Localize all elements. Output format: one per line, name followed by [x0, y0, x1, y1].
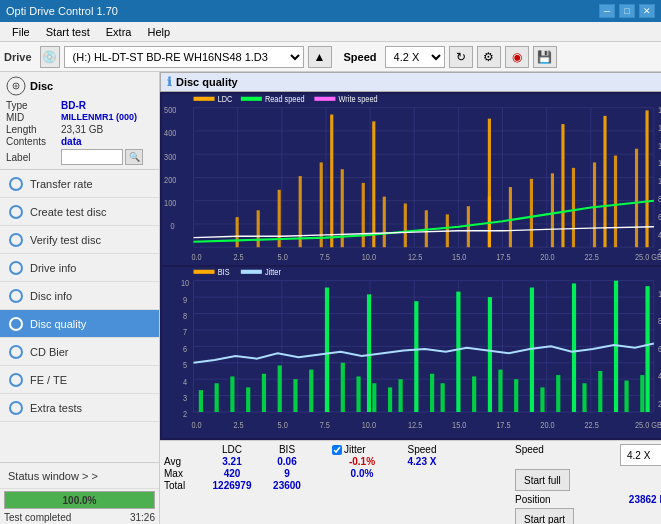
svg-rect-137 [241, 270, 262, 274]
sidebar-item-extra-tests[interactable]: Extra tests [0, 394, 159, 422]
menu-start-test[interactable]: Start test [38, 24, 98, 40]
refresh-button[interactable]: ↻ [449, 46, 473, 68]
maximize-button[interactable]: □ [619, 4, 635, 18]
svg-rect-103 [230, 376, 234, 412]
disc-quality-icon [8, 316, 24, 332]
stats-row-max: Max 420 9 0.0% [164, 468, 507, 479]
menu-help[interactable]: Help [139, 24, 178, 40]
speed-label: Speed [344, 51, 377, 63]
total-label: Total [164, 480, 202, 491]
speed-right-select[interactable]: 4.2 X [620, 444, 661, 466]
disc-type-key: Type [6, 100, 61, 111]
svg-text:4: 4 [183, 376, 187, 387]
col-speed-label: Speed [392, 444, 452, 455]
avg-bis: 0.06 [262, 456, 312, 467]
svg-rect-41 [635, 149, 638, 247]
svg-rect-80 [162, 267, 661, 438]
svg-rect-135 [194, 270, 215, 274]
svg-rect-117 [488, 297, 492, 412]
svg-rect-48 [194, 97, 215, 101]
disc-label-button[interactable]: 🔍 [125, 149, 143, 165]
settings-button[interactable]: ⚙ [477, 46, 501, 68]
disc-quality-label: Disc quality [30, 318, 86, 330]
disc-info-panel: Disc Type BD-R MID MILLENMR1 (000) Lengt… [0, 72, 159, 170]
svg-text:Read speed: Read speed [265, 94, 305, 104]
disc-length-val: 23,31 GB [61, 124, 103, 135]
disc-type-val: BD-R [61, 100, 86, 111]
svg-text:22.5: 22.5 [585, 419, 600, 430]
status-section: Status window > > 100.0% Test completed … [0, 462, 159, 524]
eject-button[interactable]: ▲ [308, 46, 332, 68]
verify-test-label: Verify test disc [30, 234, 101, 246]
window-title: Opti Drive Control 1.70 [6, 5, 118, 17]
minimize-button[interactable]: ─ [599, 4, 615, 18]
sidebar-item-create-test[interactable]: Create test disc [0, 198, 159, 226]
svg-rect-27 [341, 169, 344, 247]
sidebar-item-drive-info[interactable]: Drive info [0, 254, 159, 282]
start-part-button[interactable]: Start part [515, 508, 574, 524]
close-button[interactable]: ✕ [639, 4, 655, 18]
svg-rect-104 [246, 387, 250, 412]
svg-text:20.0: 20.0 [540, 251, 555, 262]
verify-test-icon [8, 232, 24, 248]
svg-text:5.0: 5.0 [278, 419, 288, 430]
sidebar: Disc Type BD-R MID MILLENMR1 (000) Lengt… [0, 72, 160, 524]
progress-text: 100.0% [5, 492, 154, 508]
chart-bis: BIS Jitter 10 9 8 7 6 5 4 3 2 10% 8% [162, 267, 661, 438]
transfer-rate-icon [8, 176, 24, 192]
drive-select[interactable]: (H:) HL-DT-ST BD-RE WH16NS48 1.D3 [64, 46, 304, 68]
svg-rect-37 [551, 173, 554, 247]
svg-text:LDC: LDC [218, 94, 233, 104]
window-controls: ─ □ ✕ [599, 4, 655, 18]
speed-select[interactable]: 4.2 X [385, 46, 445, 68]
start-full-button[interactable]: Start full [515, 469, 570, 491]
svg-rect-115 [414, 301, 418, 412]
status-window-button[interactable]: Status window > > [0, 463, 159, 489]
svg-text:2.5: 2.5 [233, 251, 243, 262]
svg-rect-134 [640, 375, 644, 412]
svg-rect-52 [314, 97, 335, 101]
disc-contents-val: data [61, 136, 82, 147]
svg-text:7.5: 7.5 [320, 419, 330, 430]
sidebar-item-disc-quality[interactable]: Disc quality [0, 310, 159, 338]
svg-rect-30 [404, 203, 407, 247]
status-time-text: 31:26 [130, 512, 155, 523]
svg-text:0: 0 [170, 220, 174, 231]
svg-rect-110 [341, 363, 345, 412]
disc-label-input[interactable] [61, 149, 123, 165]
svg-text:5: 5 [183, 359, 187, 370]
svg-text:12.5: 12.5 [408, 419, 423, 430]
svg-text:500: 500 [164, 104, 176, 115]
sidebar-item-cd-bier[interactable]: CD Bier [0, 338, 159, 366]
transfer-rate-label: Transfer rate [30, 178, 93, 190]
svg-rect-107 [293, 379, 297, 412]
sidebar-item-fe-te[interactable]: FE / TE [0, 366, 159, 394]
sidebar-item-transfer-rate[interactable]: Transfer rate [0, 170, 159, 198]
svg-text:9: 9 [183, 294, 187, 305]
stats-table: LDC BIS Jitter Speed Avg 3.21 [164, 444, 507, 524]
disc-quality-button[interactable]: ◉ [505, 46, 529, 68]
sidebar-item-verify-test[interactable]: Verify test disc [0, 226, 159, 254]
svg-text:200: 200 [164, 174, 176, 185]
svg-rect-44 [488, 119, 491, 248]
avg-speed: 4.23 X [392, 456, 452, 467]
save-button[interactable]: 💾 [533, 46, 557, 68]
menu-file[interactable]: File [4, 24, 38, 40]
svg-text:12.5: 12.5 [408, 251, 423, 262]
cd-bier-label: CD Bier [30, 346, 69, 358]
svg-rect-42 [330, 115, 333, 248]
sidebar-item-disc-info[interactable]: Disc info [0, 282, 159, 310]
menu-extra[interactable]: Extra [98, 24, 140, 40]
svg-rect-128 [514, 379, 518, 412]
svg-rect-102 [215, 383, 219, 412]
svg-text:5.0: 5.0 [278, 251, 288, 262]
svg-text:10: 10 [181, 277, 189, 288]
disc-contents-key: Contents [6, 136, 61, 147]
svg-rect-33 [467, 206, 470, 247]
svg-text:22.5: 22.5 [585, 251, 600, 262]
disc-info-label: Disc info [30, 290, 72, 302]
position-row: Position 23862 MB [515, 494, 661, 505]
jitter-checkbox[interactable] [332, 445, 342, 455]
jitter-label: Jitter [344, 444, 366, 455]
disc-info-header: Disc [6, 76, 153, 96]
